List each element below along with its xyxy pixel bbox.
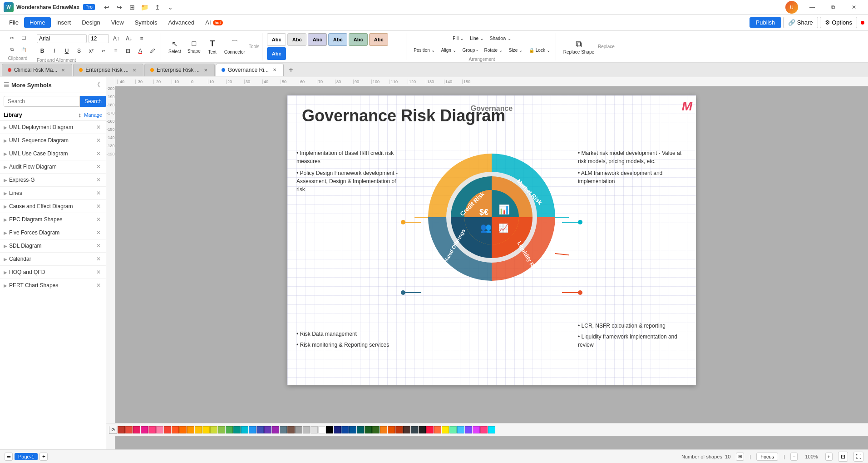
save-button[interactable]: ⊞ xyxy=(126,2,138,12)
tab-enterprise2[interactable]: Enterprise Risk ... ✕ xyxy=(144,64,215,76)
symbol-close-cause-effect[interactable]: ✕ xyxy=(95,203,102,210)
paste-button[interactable]: 📋 xyxy=(18,44,29,55)
color-swatch-23[interactable] xyxy=(295,426,302,433)
no-color-swatch[interactable]: ⊘ xyxy=(109,426,117,434)
symbol-close-calendar[interactable]: ✕ xyxy=(95,255,102,263)
style-swatch-1[interactable]: Abc xyxy=(267,33,286,46)
color-swatch-19[interactable] xyxy=(264,426,271,433)
symbol-close-pert[interactable]: ✕ xyxy=(95,282,102,289)
symbol-close-five-forces[interactable]: ✕ xyxy=(95,229,102,236)
position-button[interactable]: Position ⌄ xyxy=(411,45,437,56)
symbol-item-hoq[interactable]: ▶ HOQ and QFD ✕ xyxy=(0,266,106,279)
diagram-page[interactable]: Governance Risk Diagram M Governance • I… xyxy=(287,95,696,385)
tab-governance[interactable]: Governance Ri... ✕ xyxy=(216,64,284,76)
symbol-close-sdl[interactable]: ✕ xyxy=(95,242,102,249)
connector-tool-button[interactable]: ⌒ Connector xyxy=(222,35,248,59)
copy-button[interactable]: ⧉ xyxy=(6,44,17,55)
color-swatch-32[interactable] xyxy=(365,426,372,433)
color-swatch-47[interactable] xyxy=(480,426,488,433)
fit-page-button[interactable]: ⊡ xyxy=(838,452,848,462)
menu-insert[interactable]: Insert xyxy=(51,17,77,28)
color-swatch-13[interactable] xyxy=(218,426,225,433)
undo-button[interactable]: ↩ xyxy=(100,2,113,12)
color-swatch-14[interactable] xyxy=(226,426,233,433)
style-swatch-7[interactable]: Abc xyxy=(267,47,286,60)
color-swatch-18[interactable] xyxy=(256,426,264,433)
font-color-button[interactable]: A xyxy=(135,45,146,56)
color-swatch-0[interactable] xyxy=(118,426,125,433)
color-swatch-17[interactable] xyxy=(249,426,256,433)
style-swatch-6[interactable]: Abc xyxy=(369,33,388,46)
clone-button[interactable]: ❑ xyxy=(18,32,29,43)
menu-symbols[interactable]: Symbols xyxy=(129,17,163,28)
underline-button[interactable]: U xyxy=(61,45,72,56)
color-swatch-10[interactable] xyxy=(195,426,202,433)
align-format-button[interactable]: Align ⌄ xyxy=(439,45,459,56)
bold-button[interactable]: B xyxy=(37,45,48,56)
tab-close-clinical[interactable]: ✕ xyxy=(60,67,66,73)
font-family-input[interactable] xyxy=(37,34,87,43)
color-swatch-37[interactable] xyxy=(403,426,410,433)
search-input[interactable] xyxy=(4,96,80,107)
symbol-close-audit-flow[interactable]: ✕ xyxy=(95,163,102,170)
color-swatch-35[interactable] xyxy=(388,426,395,433)
align-button[interactable]: ≡ xyxy=(136,33,147,44)
tab-close-governance[interactable]: ✕ xyxy=(271,67,278,73)
color-swatch-9[interactable] xyxy=(187,426,194,433)
color-swatch-33[interactable] xyxy=(372,426,380,433)
style-swatch-2[interactable]: Abc xyxy=(287,33,306,46)
open-button[interactable]: 📁 xyxy=(138,2,151,12)
color-swatch-30[interactable] xyxy=(349,426,356,433)
symbol-close-uml-usecase[interactable]: ✕ xyxy=(95,150,102,157)
manage-link[interactable]: Manage xyxy=(84,112,102,118)
size-button[interactable]: Size ⌄ xyxy=(506,45,525,56)
text-tool-button[interactable]: T Text xyxy=(204,35,221,59)
tab-enterprise1[interactable]: Enterprise Risk ... ✕ xyxy=(73,64,143,76)
select-tool-button[interactable]: ↖ Select xyxy=(166,35,184,59)
add-tab-button[interactable]: + xyxy=(285,64,297,76)
menu-advanced[interactable]: Advanced xyxy=(163,17,200,28)
symbol-close-uml-deploy[interactable]: ✕ xyxy=(95,124,102,131)
symbol-close-hoq[interactable]: ✕ xyxy=(95,269,102,276)
color-swatch-12[interactable] xyxy=(210,426,217,433)
tab-close-enterprise2[interactable]: ✕ xyxy=(202,67,209,73)
color-swatch-36[interactable] xyxy=(395,426,403,433)
decrease-font-button[interactable]: A↓ xyxy=(123,33,134,44)
color-swatch-31[interactable] xyxy=(357,426,364,433)
color-swatch-27[interactable] xyxy=(326,426,333,433)
shadow-button[interactable]: Shadow ⌄ xyxy=(487,33,514,44)
color-swatch-48[interactable] xyxy=(488,426,495,433)
color-swatch-20[interactable] xyxy=(272,426,279,433)
publish-button[interactable]: Publish xyxy=(750,17,782,28)
page-label[interactable]: Page-1 xyxy=(15,453,38,460)
color-swatch-43[interactable] xyxy=(449,426,457,433)
symbol-item-uml-usecase[interactable]: ▶ UML Use Case Diagram ✕ xyxy=(0,147,106,160)
color-swatch-21[interactable] xyxy=(280,426,287,433)
color-swatch-2[interactable] xyxy=(133,426,140,433)
search-button[interactable]: Search xyxy=(80,96,106,107)
close-button[interactable]: ✕ xyxy=(843,0,864,15)
subscript-button[interactable]: x₂ xyxy=(98,45,109,56)
menu-file[interactable]: File xyxy=(4,17,24,28)
color-swatch-28[interactable] xyxy=(334,426,341,433)
color-swatch-5[interactable] xyxy=(156,426,163,433)
share-button[interactable]: 🔗 Share xyxy=(783,17,818,28)
panel-collapse-button[interactable]: 《 xyxy=(92,80,102,90)
symbol-item-epc[interactable]: ▶ EPC Diagram Shapes ✕ xyxy=(0,213,106,226)
color-swatch-11[interactable] xyxy=(202,426,210,433)
color-swatch-39[interactable] xyxy=(419,426,426,433)
lock-button[interactable]: 🔒 Lock ⌄ xyxy=(526,45,553,56)
symbol-item-uml-deploy[interactable]: ▶ UML Deployment Diagram ✕ xyxy=(0,121,106,134)
export-button[interactable]: ↥ xyxy=(151,2,164,12)
options-button[interactable]: ⚙ Options xyxy=(820,17,857,28)
color-swatch-42[interactable] xyxy=(442,426,449,433)
replace-shape-button[interactable]: ⧉ Replace Shape xyxy=(561,35,597,59)
canvas-content[interactable]: Governance Risk Diagram M Governance • I… xyxy=(115,86,868,449)
fill-button[interactable]: Fill ⌄ xyxy=(450,33,466,44)
fullscreen-button[interactable]: ⛶ xyxy=(853,452,863,462)
color-swatch-6[interactable] xyxy=(164,426,171,433)
color-swatch-16[interactable] xyxy=(241,426,248,433)
tab-clinical[interactable]: Clinical Risk Ma... ✕ xyxy=(2,64,72,76)
redo-button[interactable]: ↪ xyxy=(113,2,126,12)
cut-button[interactable]: ✂ xyxy=(6,32,17,43)
